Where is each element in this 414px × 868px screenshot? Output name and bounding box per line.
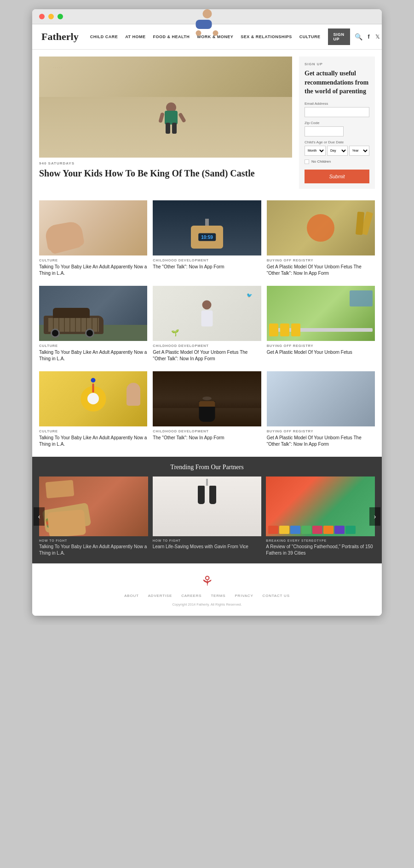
child-back-head bbox=[202, 300, 212, 309]
age-label: Child's Age or Due Date bbox=[305, 140, 369, 144]
nav-signup-button[interactable]: SIGN UP bbox=[328, 28, 350, 45]
footer-terms[interactable]: TERMS bbox=[211, 594, 225, 598]
month-select[interactable]: Month bbox=[305, 146, 326, 156]
carousel-next-button[interactable]: › bbox=[369, 507, 380, 526]
nav-at-home[interactable]: AT HOME bbox=[125, 34, 145, 39]
blocks-container bbox=[266, 526, 375, 534]
footer-about[interactable]: ABOUT bbox=[124, 594, 139, 598]
footer-logo-area: ⚘ bbox=[39, 573, 375, 589]
footer-contact[interactable]: CONTACT US bbox=[263, 594, 290, 598]
trending-grid: HOW TO FIGHT Talking To Your Baby Like A… bbox=[39, 477, 375, 556]
footer-privacy[interactable]: PRIVACY bbox=[235, 594, 253, 598]
hero-label: 940 SATURDAYS bbox=[39, 161, 292, 165]
coat-2 bbox=[209, 486, 216, 504]
article-title-1: Talking To Your Baby Like An Adult Appar… bbox=[39, 264, 147, 277]
day-select[interactable]: Day bbox=[327, 146, 348, 156]
signup-heading: Get actually useful recommendations from… bbox=[305, 69, 369, 96]
nav-sex-rel[interactable]: SEX & RELATIONSHIPS bbox=[241, 34, 292, 39]
footer-careers[interactable]: CAREERS bbox=[181, 594, 201, 598]
footer-advertise[interactable]: ADVERTISE bbox=[148, 594, 172, 598]
article-category-8: CHILDHOOD DEVELOPMENT bbox=[153, 429, 261, 433]
trending-card-3[interactable]: BREAKING EVERY STEREOTYPE A Review of "C… bbox=[266, 477, 375, 556]
block-4 bbox=[301, 526, 311, 534]
trending-card-1[interactable]: HOW TO FIGHT Talking To Your Baby Like A… bbox=[39, 477, 148, 556]
article-card-9[interactable]: BUYING OFF REGISTRY Get A Plastic Model … bbox=[267, 371, 375, 448]
trending-category-3: BREAKING EVERY STEREOTYPE bbox=[266, 539, 375, 542]
article-category-9: BUYING OFF REGISTRY bbox=[267, 429, 375, 433]
block-7 bbox=[334, 526, 345, 534]
article-thumb-7 bbox=[39, 371, 147, 426]
trending-card-2[interactable]: HOW TO FIGHT Learn Life-Saving Moves wit… bbox=[153, 477, 262, 556]
close-dot[interactable] bbox=[39, 14, 45, 19]
trending-section: Trending From Our Partners ‹ HOW TO FIGH… bbox=[32, 457, 382, 563]
nav-child-care[interactable]: CHILD CARE bbox=[90, 34, 118, 39]
article-card-5[interactable]: 🌱 🐦 CHILDHOOD DEVELOPMENT Get A Plastic … bbox=[153, 286, 261, 362]
footer: ⚘ ABOUT ADVERTISE CAREERS TERMS PRIVACY … bbox=[32, 563, 382, 616]
trending-heading: Trending From Our Partners bbox=[39, 464, 375, 471]
article-title-4: Talking To Your Baby Like An Adult Appar… bbox=[39, 349, 147, 362]
trending-thumb-2 bbox=[153, 477, 262, 536]
email-input[interactable] bbox=[305, 107, 369, 117]
child-leg-right bbox=[172, 123, 177, 134]
submit-button[interactable]: Submit bbox=[305, 170, 369, 183]
trending-title-2: Learn Life-Saving Moves with Gavin From … bbox=[153, 544, 262, 550]
article-thumb-6 bbox=[267, 286, 375, 341]
sand-footprints: · · · · · bbox=[53, 66, 62, 70]
maximize-dot[interactable] bbox=[58, 14, 63, 19]
article-card-4[interactable]: CULTURE Talking To Your Baby Like An Adu… bbox=[39, 286, 147, 362]
article-thumb-9 bbox=[267, 371, 375, 426]
twitter-icon[interactable]: 𝕏 bbox=[375, 34, 380, 40]
minimize-dot[interactable] bbox=[48, 14, 54, 19]
hero-title[interactable]: Show Your Kids How To Be King Of The (Sa… bbox=[39, 167, 292, 179]
article-card-1[interactable]: CULTURE Talking To Your Baby Like An Adu… bbox=[39, 200, 147, 277]
carousel-prev-button[interactable]: ‹ bbox=[34, 507, 45, 526]
article-card-7[interactable]: CULTURE Talking To Your Baby Like An Adu… bbox=[39, 371, 147, 448]
chair-1 bbox=[269, 323, 278, 336]
article-category-3: BUYING OFF REGISTRY bbox=[267, 258, 375, 262]
no-children-checkbox[interactable] bbox=[305, 159, 309, 164]
hanging-coats bbox=[198, 486, 216, 504]
child-back-body bbox=[201, 310, 213, 326]
footer-nav: ABOUT ADVERTISE CAREERS TERMS PRIVACY CO… bbox=[39, 594, 375, 598]
child-arm-left bbox=[158, 112, 164, 123]
nav-icons: 🔍 f 𝕏 bbox=[355, 33, 380, 40]
article-title-8: The "Other Talk": Now In App Form bbox=[153, 435, 261, 441]
site-logo[interactable]: Fatherly bbox=[41, 31, 79, 43]
article-card-8[interactable]: CHILDHOOD DEVELOPMENT The "Other Talk": … bbox=[153, 371, 261, 448]
trending-thumb-3 bbox=[266, 477, 375, 536]
article-card-6[interactable]: BUYING OFF REGISTRY Get A Plastic Model … bbox=[267, 286, 375, 362]
block-1 bbox=[268, 526, 278, 534]
article-grid-2: CULTURE Talking To Your Baby Like An Adu… bbox=[32, 281, 382, 367]
hero-section: · · · · · 940 SATURDAYS Show Your Kids H… bbox=[32, 50, 382, 196]
nav-culture[interactable]: CULTURE bbox=[299, 34, 321, 39]
ring-inner bbox=[87, 393, 99, 404]
chair-3 bbox=[291, 323, 300, 336]
coat-1 bbox=[198, 486, 205, 504]
article-thumb-8 bbox=[153, 371, 261, 426]
wagon-wheel-right bbox=[85, 329, 94, 338]
facebook-icon[interactable]: f bbox=[368, 34, 370, 40]
year-select[interactable]: Year bbox=[349, 146, 370, 156]
trending-category-2: HOW TO FIGHT bbox=[153, 539, 262, 542]
article-card-3[interactable]: BUYING OFF REGISTRY Get A Plastic Model … bbox=[267, 200, 375, 277]
search-icon[interactable]: 🔍 bbox=[355, 33, 362, 40]
block-6 bbox=[323, 526, 334, 534]
hero-image: · · · · · bbox=[39, 57, 292, 158]
sandwich-toppings bbox=[46, 512, 83, 528]
block-5 bbox=[312, 526, 322, 534]
nav-food-health[interactable]: FOOD & HEALTH bbox=[153, 34, 190, 39]
zip-input[interactable] bbox=[305, 126, 344, 136]
hero-text: 940 SATURDAYS Show Your Kids How To Be K… bbox=[39, 158, 292, 183]
trending-carousel: ‹ HOW TO FIGHT Talking To Your Baby Like… bbox=[39, 477, 375, 556]
sandwich-shape bbox=[42, 502, 91, 533]
trending-thumb-1 bbox=[39, 477, 148, 536]
ring-toy bbox=[80, 386, 106, 411]
article-card-2[interactable]: 10:59 CHILDHOOD DEVELOPMENT The "Other T… bbox=[153, 200, 261, 277]
block-8 bbox=[345, 526, 356, 534]
no-children-label: No Children bbox=[311, 159, 331, 164]
article-category-5: CHILDHOOD DEVELOPMENT bbox=[153, 344, 261, 348]
signup-sidebar: SIGN UP Get actually useful recommendati… bbox=[299, 57, 375, 189]
nav-links: CHILD CARE AT HOME FOOD & HEALTH WORK & … bbox=[90, 28, 350, 45]
signup-label: SIGN UP bbox=[305, 62, 369, 66]
trending-title-3: A Review of "Choosing Fatherhood," Portr… bbox=[266, 544, 375, 556]
